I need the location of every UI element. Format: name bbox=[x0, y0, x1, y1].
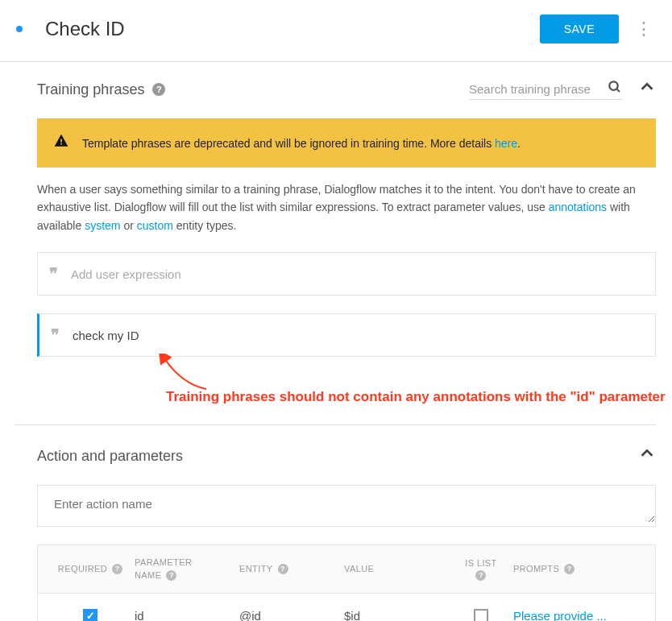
help-icon[interactable]: ? bbox=[166, 570, 176, 581]
quote-icon: ❞ bbox=[49, 264, 58, 284]
training-phrase-text: check my ID bbox=[73, 329, 644, 342]
header-required: REQUIRED bbox=[58, 564, 107, 573]
param-entity-value[interactable]: @id bbox=[239, 609, 261, 621]
parameters-table-header: REQUIRED ? PARAMETER NAME ? ENTITY ? VAL… bbox=[38, 545, 655, 594]
action-name-input[interactable] bbox=[38, 486, 655, 523]
custom-link[interactable]: custom bbox=[137, 219, 173, 232]
help-icon[interactable]: ? bbox=[475, 570, 486, 581]
training-help-icon[interactable]: ? bbox=[152, 83, 165, 96]
is-list-checkbox[interactable] bbox=[474, 609, 488, 621]
add-expression-box[interactable]: ❞ Add user expression bbox=[37, 252, 656, 296]
param-value[interactable]: $id bbox=[344, 609, 360, 621]
help-icon[interactable]: ? bbox=[278, 564, 288, 574]
quote-icon: ❞ bbox=[51, 325, 60, 345]
training-description: When a user says something similar to a … bbox=[37, 180, 656, 234]
status-dot bbox=[16, 26, 23, 32]
help-icon[interactable]: ? bbox=[112, 564, 122, 574]
page-header: Check ID SAVE ⋮ bbox=[0, 0, 672, 62]
deprecation-warning-banner: Template phrases are deprecated and will… bbox=[37, 118, 656, 168]
training-phrase-row[interactable]: ❞ check my ID bbox=[37, 313, 656, 357]
required-checkbox[interactable]: ✓ bbox=[83, 609, 97, 621]
training-search-wrap bbox=[469, 79, 622, 100]
parameters-table: REQUIRED ? PARAMETER NAME ? ENTITY ? VAL… bbox=[37, 544, 656, 621]
header-param-name-2: NAME bbox=[135, 569, 161, 581]
parameter-row[interactable]: ✓ id @id $id Please provide ... bbox=[38, 594, 655, 621]
help-icon[interactable]: ? bbox=[564, 564, 575, 574]
warning-text: Template phrases are deprecated and will… bbox=[82, 137, 521, 150]
section-divider bbox=[15, 424, 656, 425]
header-param-name-1: PARAMETER bbox=[135, 557, 192, 568]
warning-link[interactable]: here bbox=[495, 137, 517, 150]
add-expression-placeholder: Add user expression bbox=[71, 267, 644, 281]
annotation-text: Training phrases should not contain any … bbox=[166, 389, 666, 405]
arrow-icon bbox=[158, 354, 222, 394]
annotations-link[interactable]: annotations bbox=[549, 201, 607, 213]
training-section-title: Training phrases bbox=[37, 81, 144, 98]
action-name-panel bbox=[37, 485, 656, 527]
content-area: Training phrases ? Template phrases are … bbox=[0, 62, 672, 621]
warning-icon bbox=[53, 133, 69, 153]
param-prompt-link[interactable]: Please provide ... bbox=[513, 608, 607, 621]
header-is-list: IS LIST bbox=[465, 557, 496, 569]
search-icon[interactable] bbox=[608, 80, 622, 98]
page-title: Check ID bbox=[45, 18, 540, 40]
save-button[interactable]: SAVE bbox=[540, 14, 619, 43]
svg-rect-2 bbox=[60, 139, 62, 143]
more-menu-icon[interactable]: ⋮ bbox=[632, 19, 656, 39]
annotation-callout: Training phrases should not contain any … bbox=[37, 366, 656, 415]
action-section-title: Action and parameters bbox=[37, 448, 183, 465]
system-link[interactable]: system bbox=[85, 219, 120, 232]
param-name-value[interactable]: id bbox=[135, 609, 144, 621]
training-section-header: Training phrases ? bbox=[37, 78, 656, 101]
header-entity: ENTITY bbox=[239, 564, 273, 573]
svg-point-0 bbox=[609, 81, 618, 90]
collapse-action-icon[interactable] bbox=[638, 445, 656, 467]
svg-line-1 bbox=[616, 89, 620, 92]
header-value: VALUE bbox=[344, 564, 374, 573]
warning-message: Template phrases are deprecated and will… bbox=[82, 137, 495, 150]
svg-rect-3 bbox=[60, 143, 62, 145]
action-section-header: Action and parameters bbox=[37, 445, 656, 467]
collapse-training-icon[interactable] bbox=[638, 78, 656, 101]
training-search-input[interactable] bbox=[469, 79, 604, 99]
header-prompts: PROMPTS bbox=[513, 564, 559, 573]
